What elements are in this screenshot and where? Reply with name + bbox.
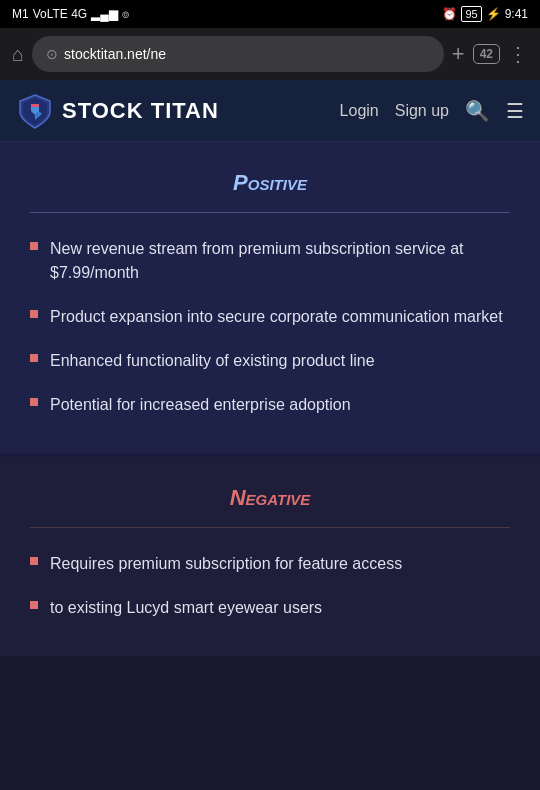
alarm-icon: ⏰ xyxy=(442,7,457,21)
positive-item-4-text: Potential for increased enterprise adopt… xyxy=(50,393,351,417)
time-label: 9:41 xyxy=(505,7,528,21)
positive-item-2: Product expansion into secure corporate … xyxy=(30,305,510,329)
positive-item-2-text: Product expansion into secure corporate … xyxy=(50,305,503,329)
url-bar[interactable]: ⊙ stocktitan.net/ne xyxy=(32,36,444,72)
positive-item-1: New revenue stream from premium subscrip… xyxy=(30,237,510,285)
negative-section: Negative Requires premium subscription f… xyxy=(0,457,540,656)
neg-bullet-icon-2 xyxy=(30,601,38,609)
positive-section: Positive New revenue stream from premium… xyxy=(0,142,540,453)
main-content: Positive New revenue stream from premium… xyxy=(0,142,540,656)
charging-icon: ⚡ xyxy=(486,7,501,21)
status-left: M1 VoLTE 4G ▂▄▆ ⌾ xyxy=(12,7,129,21)
bullet-icon-2 xyxy=(30,310,38,318)
bullet-icon-1 xyxy=(30,242,38,250)
network-label: VoLTE 4G xyxy=(33,7,87,21)
positive-title: Positive xyxy=(30,170,510,196)
new-tab-button[interactable]: + xyxy=(452,41,465,67)
signal-icon: ▂▄▆ xyxy=(91,7,118,21)
positive-item-1-text: New revenue stream from premium subscrip… xyxy=(50,237,510,285)
negative-list: Requires premium subscription for featur… xyxy=(30,552,510,620)
wifi-icon: ⌾ xyxy=(122,7,129,21)
search-icon[interactable]: 🔍 xyxy=(465,99,490,123)
bullet-icon-4 xyxy=(30,398,38,406)
positive-item-3-text: Enhanced functionality of existing produ… xyxy=(50,349,375,373)
browser-bar: ⌂ ⊙ stocktitan.net/ne + 42 ⋮ xyxy=(0,28,540,80)
negative-item-1: Requires premium subscription for featur… xyxy=(30,552,510,576)
neg-bullet-icon-1 xyxy=(30,557,38,565)
tab-count-badge[interactable]: 42 xyxy=(473,44,500,64)
battery-indicator: 95 xyxy=(461,6,481,22)
positive-divider xyxy=(30,212,510,213)
negative-title: Negative xyxy=(30,485,510,511)
url-security-icon: ⊙ xyxy=(46,46,58,62)
url-text: stocktitan.net/ne xyxy=(64,46,166,62)
negative-divider xyxy=(30,527,510,528)
app-header: STOCK TITAN Login Sign up 🔍 ☰ xyxy=(0,80,540,142)
positive-item-3: Enhanced functionality of existing produ… xyxy=(30,349,510,373)
app-title: STOCK TITAN xyxy=(62,98,219,124)
positive-list: New revenue stream from premium subscrip… xyxy=(30,237,510,417)
positive-item-4: Potential for increased enterprise adopt… xyxy=(30,393,510,417)
browser-more-button[interactable]: ⋮ xyxy=(508,42,528,66)
carrier-label: M1 xyxy=(12,7,29,21)
status-right: ⏰ 95 ⚡ 9:41 xyxy=(442,6,528,22)
negative-item-2-text: to existing Lucyd smart eyewear users xyxy=(50,596,322,620)
signup-button[interactable]: Sign up xyxy=(395,102,449,120)
negative-item-2: to existing Lucyd smart eyewear users xyxy=(30,596,510,620)
logo-shield-icon xyxy=(16,92,54,130)
negative-item-1-text: Requires premium subscription for featur… xyxy=(50,552,402,576)
status-bar: M1 VoLTE 4G ▂▄▆ ⌾ ⏰ 95 ⚡ 9:41 xyxy=(0,0,540,28)
header-nav: Login Sign up 🔍 ☰ xyxy=(340,99,524,123)
bullet-icon-3 xyxy=(30,354,38,362)
home-button[interactable]: ⌂ xyxy=(12,43,24,66)
menu-icon[interactable]: ☰ xyxy=(506,99,524,123)
logo-container: STOCK TITAN xyxy=(16,92,340,130)
login-button[interactable]: Login xyxy=(340,102,379,120)
